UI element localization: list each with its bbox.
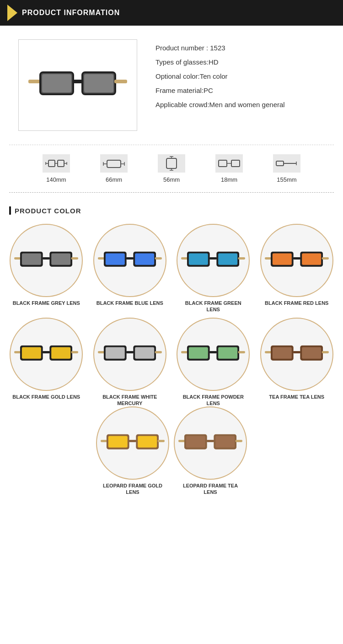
dim-value-bridge: 18mm [221,176,237,183]
svg-rect-74 [155,351,161,353]
svg-rect-71 [126,351,134,353]
dim-bridge: 18mm [215,154,243,183]
svg-rect-6 [114,80,127,83]
color-label-green: BLACK FRAME GREEN LENS [179,300,247,313]
svg-rect-60 [322,257,328,260]
svg-rect-70 [106,347,125,358]
dim-total-width: 140mm [43,154,70,183]
dim-temple: 155mm [273,154,300,183]
dim-value-total-width: 140mm [46,176,66,183]
svg-rect-2 [42,74,71,92]
svg-rect-92 [129,440,137,442]
dim-lens-width: 66mm [100,154,128,183]
dim-icon-temple [273,154,300,173]
svg-rect-67 [71,351,78,353]
dim-icon-total-width [43,154,70,173]
svg-rect-35 [22,254,41,265]
svg-rect-81 [238,351,245,353]
svg-rect-25 [231,160,240,167]
svg-rect-0 [28,80,41,83]
color-label-red: BLACK FRAME RED LENS [265,300,328,306]
product-crowd: Applicable crowd:Men and women general [155,101,285,108]
color-label-white-mercury: BLACK FRAME WHITE MERCURY [96,394,164,407]
dim-icon-lens-width [100,154,128,173]
color-circle-leopard-gold [96,406,169,480]
dimensions-section: 140mm 66mm 56mm [9,145,334,188]
color-item-green: BLACK FRAME GREEN LENS [174,224,253,313]
svg-rect-77 [189,347,208,358]
svg-rect-19 [166,158,177,168]
color-item-white-mercury: BLACK FRAME WHITE MERCURY [91,318,170,407]
svg-rect-46 [155,257,161,260]
svg-rect-5 [84,74,113,92]
product-info-section: Product number : 1523 Types of glasses:H… [0,26,343,145]
color-circle-red [260,224,333,297]
color-header-bar-icon [9,206,11,215]
color-label-tea: TEA FRAME TEA LENS [269,394,324,400]
svg-rect-8 [48,160,55,167]
color-circle-blue [93,224,166,297]
dim-value-lens-height: 56mm [163,176,180,183]
color-circle-tea [260,318,333,391]
svg-rect-56 [273,254,292,265]
svg-rect-84 [273,347,292,358]
product-types: Types of glasses:HD [155,58,285,66]
product-image [18,39,137,131]
color-item-grey: BLACK FRAME GREY LENS [7,224,86,313]
product-frame: Frame material:PC [155,87,285,94]
color-label-gold: BLACK FRAME GOLD LENS [12,394,80,400]
product-image-svg [27,53,128,117]
svg-rect-88 [322,351,328,353]
svg-rect-42 [106,254,125,265]
svg-rect-50 [209,257,217,260]
svg-rect-87 [302,347,321,358]
dim-icon-bridge [215,154,243,173]
svg-rect-64 [43,351,50,353]
color-item-tea: TEA FRAME TEA LENS [257,318,337,407]
color-item-blue: BLACK FRAME BLUE LENS [91,224,170,313]
color-item-leopard-gold: LEOPARD FRAME GOLD LENS [96,406,169,496]
svg-rect-73 [135,347,154,358]
color-label-blue: BLACK FRAME BLUE LENS [96,300,163,306]
color-label-powder: BLACK FRAME POWDER LENS [179,394,247,407]
product-number: Product number : 1523 [155,44,285,52]
svg-rect-59 [302,254,321,265]
color-grid: BLACK FRAME GREY LENS BLACK FRAME BLUE L… [0,224,343,406]
color-grid-last: LEOPARD FRAME GOLD LENS LEOPARD FRAME TE… [0,406,343,505]
header-bar: PRODUCT INFORMATION [0,0,343,26]
svg-rect-49 [189,254,208,265]
dim-separator [9,192,334,193]
svg-rect-36 [43,257,50,260]
color-item-powder: BLACK FRAME POWDER LENS [174,318,253,407]
dim-value-temple: 155mm [277,176,296,183]
color-item-leopard-tea: LEOPARD FRAME TEA LENS [174,406,247,496]
svg-rect-101 [215,436,235,448]
color-label-grey: BLACK FRAME GREY LENS [13,300,80,306]
color-circle-green [177,224,250,297]
color-section-title: PRODUCT COLOR [15,207,81,215]
color-circle-leopard-tea [174,406,247,480]
svg-rect-14 [107,160,121,168]
svg-rect-3 [73,80,82,83]
svg-rect-24 [219,160,227,167]
color-item-red: BLACK FRAME RED LENS [257,224,337,313]
svg-rect-102 [236,440,242,442]
svg-rect-66 [51,347,70,358]
svg-rect-45 [135,254,154,265]
svg-rect-52 [218,254,237,265]
svg-rect-53 [238,257,245,260]
product-color: Optional color:Ten color [155,72,285,80]
svg-rect-98 [186,436,205,448]
dim-lens-height: 56mm [158,154,185,183]
color-label-leopard-gold: LEOPARD FRAME GOLD LENS [98,482,167,496]
svg-rect-29 [276,161,284,166]
color-circle-gold [10,318,83,391]
color-item-gold: BLACK FRAME GOLD LENS [7,318,86,407]
svg-rect-39 [71,257,78,260]
svg-rect-9 [58,160,64,167]
svg-rect-43 [126,257,134,260]
header-title: PRODUCT INFORMATION [22,9,120,17]
svg-rect-95 [158,440,165,442]
svg-rect-80 [218,347,237,358]
header-triangle-icon [7,5,17,21]
